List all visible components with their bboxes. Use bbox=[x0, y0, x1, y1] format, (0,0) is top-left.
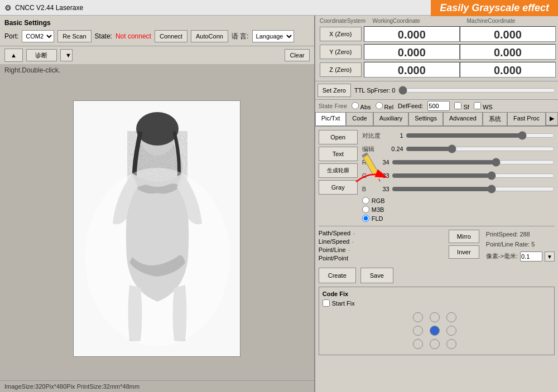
r-label: R bbox=[362, 159, 371, 166]
autoconn-button[interactable]: AutoConn bbox=[191, 30, 228, 42]
fld-radio[interactable] bbox=[362, 215, 369, 222]
down-arrow-button[interactable]: ▼ bbox=[60, 49, 73, 61]
start-fix-checkbox[interactable] bbox=[323, 299, 330, 307]
b-slider[interactable] bbox=[392, 183, 555, 195]
rescan-button[interactable]: Re Scan bbox=[57, 30, 91, 42]
rgb-radio-row[interactable]: RGB bbox=[362, 197, 555, 204]
action-row: Create Save bbox=[319, 268, 555, 283]
coord-header-machine: MachineCoordinate bbox=[429, 18, 554, 24]
rgb-radio[interactable] bbox=[362, 197, 369, 204]
tab-scroll-right[interactable]: ▶ bbox=[546, 112, 558, 125]
clear-button[interactable]: Clear bbox=[285, 49, 309, 61]
pixel-mm-dropdown[interactable]: ▼ bbox=[545, 251, 555, 262]
line-speed-label: Line/Speed bbox=[319, 238, 350, 245]
tab-system[interactable]: 系统 bbox=[483, 112, 507, 125]
r-slider[interactable] bbox=[392, 157, 555, 168]
up-arrow-button[interactable]: ▲ bbox=[4, 49, 23, 62]
g-slider[interactable] bbox=[392, 170, 555, 181]
path-speed-dash: - bbox=[353, 230, 355, 236]
g-row: G 33 bbox=[362, 170, 555, 181]
ws-checkbox[interactable] bbox=[474, 102, 481, 109]
coord-section: CoordinateSystem WorkingCoordinate Machi… bbox=[315, 16, 558, 81]
deffeed-label: DefFeed: bbox=[398, 103, 423, 109]
dot-0-0[interactable] bbox=[413, 312, 423, 322]
dot-2-0[interactable] bbox=[413, 339, 423, 349]
port-label: Port: bbox=[4, 32, 18, 40]
rel-radio-label[interactable]: Rel bbox=[376, 102, 394, 110]
lang-label: 语 言: bbox=[232, 32, 249, 41]
edit-label: 编辑 bbox=[362, 145, 384, 153]
tab-code[interactable]: Code bbox=[346, 112, 373, 125]
r-value: 34 bbox=[373, 159, 389, 166]
contrast-slider[interactable] bbox=[406, 130, 555, 141]
dot-0-2[interactable] bbox=[446, 312, 456, 322]
dot-2-1[interactable] bbox=[430, 339, 440, 349]
canvas-content[interactable] bbox=[0, 76, 314, 380]
dot-1-0[interactable] bbox=[413, 326, 423, 336]
text-button[interactable]: Text bbox=[319, 147, 358, 161]
tab-settings[interactable]: Settings bbox=[408, 112, 443, 125]
fld-radio-row[interactable]: FLD bbox=[362, 215, 555, 222]
language-select[interactable]: Language 中文 English bbox=[252, 30, 294, 42]
print-info: PrintSpeed: 288 Point/Line Rate: 5 像素->毫… bbox=[486, 230, 555, 263]
abs-radio-label[interactable]: Abs bbox=[352, 102, 371, 110]
tab-fast-proc[interactable]: Fast Proc bbox=[507, 112, 546, 125]
tab-pic-txt[interactable]: Pic/Txt bbox=[315, 112, 347, 125]
rel-radio[interactable] bbox=[376, 102, 383, 109]
port-select[interactable]: COM2 COM1 COM3 bbox=[22, 30, 54, 42]
ttl-slider[interactable] bbox=[398, 85, 556, 96]
z-coord-row: Z (Zero) 0.000 0.000 bbox=[318, 61, 556, 79]
z-zero-button[interactable]: Z (Zero) bbox=[320, 62, 362, 77]
figure-svg bbox=[74, 101, 240, 357]
pic-txt-layout: Open Text 生成轮廓 Gray bbox=[319, 130, 555, 224]
tab-advanced[interactable]: Advanced bbox=[443, 112, 483, 125]
generate-contour-button[interactable]: 生成轮廓 bbox=[319, 163, 358, 178]
dot-grid bbox=[411, 310, 462, 351]
x-machine-value: 0.000 bbox=[460, 26, 556, 42]
path-speed-label: Path/Speed bbox=[319, 230, 351, 236]
main-container: Basic Settings Port: COM2 COM1 COM3 Re S… bbox=[0, 16, 558, 392]
ws-checkbox-label[interactable]: WS bbox=[474, 102, 493, 110]
fld-label: FLD bbox=[372, 215, 383, 222]
image-canvas[interactable] bbox=[73, 100, 240, 357]
dot-1-1[interactable] bbox=[430, 326, 440, 336]
m3b-radio-row[interactable]: M3B bbox=[362, 206, 555, 213]
point-point-row: Point/Point bbox=[319, 255, 442, 262]
line-speed-dash: - bbox=[352, 238, 354, 245]
sf-checkbox-label[interactable]: Sf bbox=[454, 102, 469, 110]
set-zero-button[interactable]: Set Zero bbox=[318, 84, 351, 97]
x-zero-button[interactable]: X (Zero) bbox=[320, 27, 362, 41]
abs-radio[interactable] bbox=[352, 102, 359, 109]
pixel-mm-input[interactable] bbox=[520, 251, 542, 262]
save-button[interactable]: Save bbox=[360, 268, 393, 283]
open-button[interactable]: Open bbox=[319, 130, 358, 144]
invert-button[interactable]: Inver bbox=[449, 245, 479, 259]
m3b-radio[interactable] bbox=[362, 206, 369, 213]
create-button[interactable]: Create bbox=[319, 268, 356, 283]
state-value: Not connect bbox=[116, 32, 151, 40]
dot-0-1[interactable] bbox=[430, 312, 440, 322]
path-speed-layout: Path/Speed - Line/Speed - Point/Line - bbox=[319, 230, 555, 263]
y-zero-button[interactable]: Y (Zero) bbox=[320, 45, 362, 59]
state-row: State Free Abs Rel DefFeed: Sf WS bbox=[315, 100, 558, 112]
b-label: B bbox=[362, 186, 371, 192]
tab-auxiliary[interactable]: Auxiliary bbox=[373, 112, 409, 125]
pic-buttons: Open Text 生成轮廓 Gray bbox=[319, 130, 358, 195]
dot-1-2[interactable] bbox=[446, 326, 456, 336]
right-panel: CoordinateSystem WorkingCoordinate Machi… bbox=[315, 16, 558, 392]
connect-button[interactable]: Connect bbox=[155, 30, 187, 42]
code-fix-title: Code Fix bbox=[323, 291, 551, 297]
sf-checkbox[interactable] bbox=[454, 102, 461, 109]
pixel-mm-label: 像素->毫米: bbox=[486, 251, 518, 262]
edit-slider[interactable] bbox=[406, 143, 555, 154]
svg-point-5 bbox=[85, 168, 230, 346]
mirror-button[interactable]: Mirro bbox=[449, 230, 479, 243]
path-speed-row: Path/Speed - bbox=[319, 230, 442, 236]
path-speed-section: Path/Speed - Line/Speed - Point/Line - bbox=[319, 226, 555, 283]
dot-2-2[interactable] bbox=[446, 339, 456, 349]
deffeed-input[interactable] bbox=[427, 101, 450, 111]
g-value: 33 bbox=[373, 172, 389, 179]
gray-button[interactable]: Gray bbox=[319, 180, 358, 195]
contrast-value: 1 bbox=[387, 132, 403, 139]
diag-button[interactable]: 诊断 bbox=[26, 49, 57, 61]
